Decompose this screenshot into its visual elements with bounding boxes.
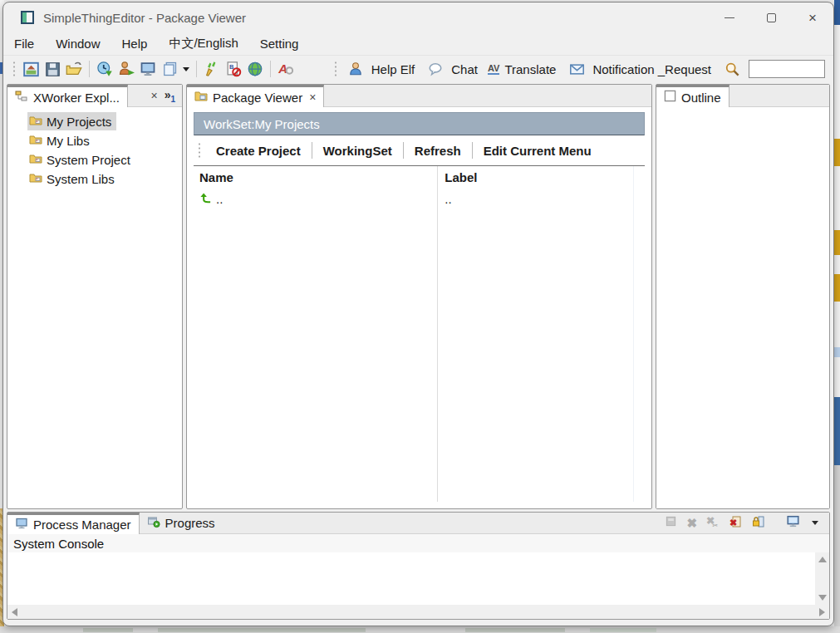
menu-setting[interactable]: Setting	[260, 37, 299, 51]
menu-window[interactable]: Window	[56, 37, 100, 51]
xworker-tree-icon	[15, 90, 28, 106]
chat-button[interactable]: Chat	[451, 62, 478, 76]
overflow-count: 1	[170, 94, 175, 103]
svg-text:✂: ✂	[713, 522, 719, 528]
background-window-right-edge	[834, 0, 840, 633]
maximize-button[interactable]	[750, 2, 792, 32]
column-separator-right	[633, 166, 634, 502]
tab-label: Outline	[681, 91, 721, 105]
package-table: Name Label .. ..	[194, 165, 645, 502]
column-separator[interactable]	[437, 166, 438, 502]
tree-item-my-libs[interactable]: My Libs	[27, 131, 95, 150]
chat-bubble-icon[interactable]	[426, 60, 445, 78]
scroll-left-icon[interactable]	[12, 608, 17, 616]
row-label: ..	[437, 192, 645, 206]
folder-icon	[29, 152, 42, 168]
tree-item-system-libs[interactable]: System Libs	[27, 169, 120, 188]
save-icon[interactable]	[43, 60, 61, 78]
bg-bottom-mark-4	[590, 628, 656, 632]
bg-strip-blue-top	[834, 0, 840, 25]
scroll-lock-icon[interactable]	[752, 515, 765, 532]
toolbar-separator	[270, 61, 271, 77]
envelope-icon[interactable]	[567, 60, 586, 78]
console-menu-dropdown-icon[interactable]	[812, 521, 818, 525]
explorer-tree: My Projects My Libs System Project Syste…	[7, 107, 182, 188]
window-title: SimpleThingEditor - Package Viewer	[43, 11, 246, 25]
flash-word-icon[interactable]: A	[277, 60, 295, 78]
remove-all-icon[interactable]: ✖✂	[706, 515, 720, 531]
toolbar-grip[interactable]	[12, 61, 16, 77]
help-elf-icon[interactable]	[346, 60, 365, 78]
tab-package-viewer[interactable]: Package Viewer ×	[187, 85, 324, 107]
scroll-right-icon[interactable]	[819, 608, 825, 616]
workset-title: WorkSet:My Projects	[204, 117, 320, 131]
package-folder-icon	[194, 90, 208, 106]
column-header-label[interactable]: Label	[437, 170, 645, 184]
copy-dropdown-icon[interactable]	[183, 67, 189, 71]
minimize-icon	[725, 17, 734, 18]
tab-outline[interactable]: Outline	[656, 85, 729, 107]
clear-console-icon[interactable]: ✖	[729, 515, 743, 532]
workingset-button[interactable]: WorkingSet	[312, 144, 403, 158]
console-view-icon[interactable]	[786, 514, 800, 532]
folder-icon	[29, 171, 42, 187]
bg-strip-gold-2	[834, 230, 840, 255]
tab-xworker-explorer[interactable]: XWorker Expl...	[7, 85, 128, 107]
process-manager-icon	[15, 517, 28, 532]
table-row[interactable]: .. ..	[194, 189, 645, 209]
package-viewer-panel: Package Viewer × WorkSet:My Projects Cre…	[186, 84, 652, 509]
tab-process-manager[interactable]: Process Manager	[7, 513, 140, 534]
window-controls: ×	[709, 2, 833, 32]
tree-item-my-projects[interactable]: My Projects	[27, 112, 116, 130]
toolbar-right-group: Help Elf Chat AV Translate Notification …	[330, 60, 825, 78]
package-viewer-button-bar: Create Project WorkingSet Refresh Edit C…	[194, 135, 645, 165]
notification-request-button[interactable]: Notification _Request	[592, 62, 711, 76]
remove-icon[interactable]: ✖	[686, 517, 697, 529]
console-toolbar: ✖ ✖✂ ✖	[665, 513, 829, 533]
translate-button[interactable]: Translate	[504, 62, 556, 76]
web-globe-icon[interactable]	[246, 60, 264, 78]
create-project-button[interactable]: Create Project	[205, 144, 312, 158]
close-tab-icon[interactable]: ×	[309, 91, 316, 104]
bg-strip-gray	[834, 465, 840, 627]
help-elf-button[interactable]: Help Elf	[371, 62, 415, 76]
workset-title-bar: WorkSet:My Projects	[194, 112, 645, 135]
buttonbar-grip[interactable]	[198, 142, 201, 159]
refresh-button[interactable]: Refresh	[404, 144, 472, 158]
column-header-name[interactable]: Name	[194, 170, 437, 184]
close-button[interactable]: ×	[792, 2, 833, 32]
minimize-button[interactable]	[709, 2, 750, 32]
tree-item-system-project[interactable]: System Project	[27, 150, 135, 169]
translate-icon[interactable]: AV	[488, 63, 499, 75]
doc-forbid-icon[interactable]: B	[224, 60, 243, 78]
copy-stack-icon[interactable]	[160, 60, 179, 78]
user-go-icon[interactable]	[117, 60, 135, 78]
package-viewer-header: Package Viewer ×	[187, 85, 651, 107]
tab-progress[interactable]: Progress	[140, 513, 223, 533]
menu-language[interactable]: 中文/English	[169, 36, 238, 52]
bg-bottom-mark-3	[465, 628, 565, 632]
scroll-down-icon[interactable]	[818, 595, 827, 601]
console-vertical-scrollbar[interactable]	[815, 552, 829, 605]
toolbar-separator	[196, 61, 197, 77]
toolbar-grip[interactable]	[334, 61, 337, 77]
search-input[interactable]	[749, 60, 825, 78]
search-icon[interactable]	[723, 60, 741, 78]
system-console-output[interactable]	[7, 552, 815, 605]
console-horizontal-scrollbar[interactable]	[7, 605, 829, 619]
refresh-time-icon[interactable]	[96, 60, 114, 78]
terminate-icon[interactable]	[665, 515, 677, 531]
explorer-header-buttons: × »1	[144, 85, 182, 106]
console-row	[7, 552, 829, 605]
menu-help[interactable]: Help	[122, 37, 148, 51]
view-overflow-icon[interactable]: »1	[165, 88, 175, 104]
menu-bar: File Window Help 中文/English Setting	[3, 32, 833, 55]
open-folder-icon[interactable]	[65, 60, 83, 78]
scroll-up-icon[interactable]	[818, 557, 827, 562]
remote-monitor-icon[interactable]	[139, 60, 157, 78]
edit-current-menu-button[interactable]: Edit Current Menu	[473, 144, 602, 158]
close-view-icon[interactable]: ×	[150, 89, 157, 102]
home-icon[interactable]	[22, 60, 40, 78]
edit-sign-icon[interactable]	[203, 60, 221, 78]
menu-file[interactable]: File	[14, 37, 34, 51]
